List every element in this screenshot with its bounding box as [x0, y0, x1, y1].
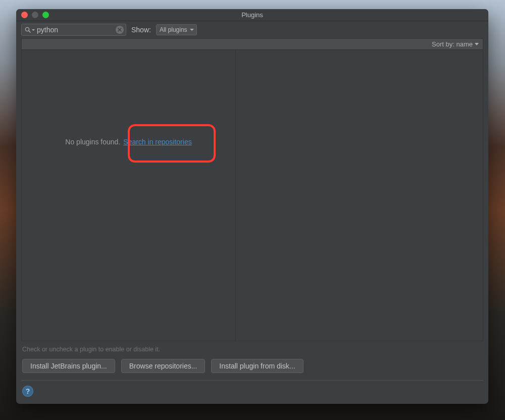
- minimize-icon[interactable]: [32, 12, 38, 18]
- plugin-list-pane: No plugins found. Search in repositories: [22, 50, 236, 341]
- browse-repositories-button[interactable]: Browse repositories...: [121, 359, 206, 373]
- empty-state: No plugins found. Search in repositories: [65, 138, 191, 146]
- no-plugins-text: No plugins found.: [65, 138, 120, 146]
- show-filter-value: All plugins: [160, 26, 187, 33]
- show-label: Show:: [131, 26, 151, 34]
- chevron-down-icon: [190, 29, 194, 31]
- close-icon[interactable]: [21, 12, 28, 18]
- footer: ?: [16, 381, 488, 404]
- search-field-wrap: [21, 24, 126, 36]
- help-icon[interactable]: ?: [22, 386, 33, 397]
- hint-text: Check or uncheck a plugin to enable or d…: [21, 341, 483, 359]
- svg-line-1: [29, 31, 30, 32]
- chevron-down-icon: [475, 43, 479, 45]
- install-jetbrains-plugin-button[interactable]: Install JetBrains plugin...: [22, 359, 115, 373]
- sort-label: Sort by: name: [432, 40, 473, 48]
- window-controls: [21, 12, 49, 18]
- plugins-dialog: Plugins Show: All plugins Sort by: name: [16, 9, 488, 404]
- titlebar: Plugins: [16, 9, 488, 21]
- search-dropdown-icon[interactable]: [32, 29, 35, 31]
- plugin-detail-pane: [236, 50, 483, 341]
- split-pane: No plugins found. Search in repositories: [21, 49, 483, 341]
- install-plugin-from-disk-button[interactable]: Install plugin from disk...: [211, 359, 303, 373]
- window-title: Plugins: [241, 11, 263, 19]
- button-row: Install JetBrains plugin... Browse repos…: [21, 359, 483, 378]
- search-in-repositories-link[interactable]: Search in repositories: [123, 138, 191, 146]
- maximize-icon[interactable]: [42, 12, 49, 18]
- show-filter-select[interactable]: All plugins: [156, 24, 197, 35]
- clear-search-icon[interactable]: [116, 26, 124, 34]
- search-icon: [25, 27, 31, 33]
- content: Sort by: name No plugins found. Search i…: [16, 38, 488, 381]
- sort-header[interactable]: Sort by: name: [21, 38, 483, 49]
- search-input[interactable]: [37, 26, 125, 34]
- toolbar: Show: All plugins: [16, 21, 488, 38]
